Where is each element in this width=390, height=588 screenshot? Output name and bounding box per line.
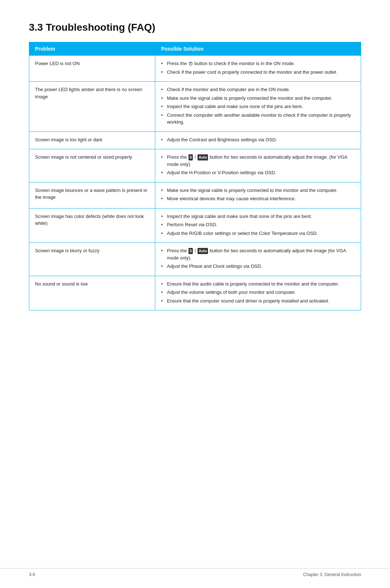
list-item: Inspect the signal cable and make sure n… xyxy=(161,103,355,110)
auto-button-icon: Auto xyxy=(198,248,208,254)
list-item: Adjust the Contrast and Brightness setti… xyxy=(161,136,355,143)
solution-header: Possible Solution xyxy=(155,42,361,56)
s-button-icon: S xyxy=(188,248,193,254)
solution-cell: Press the S / Auto button for two second… xyxy=(155,149,361,183)
footer-left: 3-6 xyxy=(29,572,35,577)
list-item: Press the button to check if the monitor… xyxy=(161,60,355,67)
list-item: Press the S / Auto button for two second… xyxy=(161,154,355,168)
list-item: Adjust the R/G/B color settings or selec… xyxy=(161,230,355,237)
list-item: Make sure the signal cable is properly c… xyxy=(161,187,355,194)
s-button-icon: S xyxy=(188,154,193,160)
auto-button-icon: Auto xyxy=(198,154,208,160)
problem-cell: Screen image is not centered or sized pr… xyxy=(29,149,155,183)
faq-table: Problem Possible Solution Power LED is n… xyxy=(29,42,361,310)
power-icon xyxy=(188,61,193,66)
list-item: Ensure that the computer sound card driv… xyxy=(161,297,355,305)
list-item: Inspect the signal cable and make sure t… xyxy=(161,213,355,220)
problem-cell: Screen image is blurry or fuzzy xyxy=(29,243,155,276)
footer-right: Chapter 3: General Instruction xyxy=(303,572,361,577)
list-item: Perform Reset via OSD. xyxy=(161,221,355,228)
solution-cell: Adjust the Contrast and Brightness setti… xyxy=(155,132,361,149)
problem-header: Problem xyxy=(29,42,155,56)
problem-cell: Screen image bounces or a wave pattern i… xyxy=(29,182,155,208)
problem-cell: Power LED is not ON xyxy=(29,56,155,82)
page-title: 3.3 Troubleshooting (FAQ) xyxy=(29,22,361,33)
problem-cell: The power LED lights amber and there is … xyxy=(29,82,155,132)
list-item: Adjust the H-Position or V-Position sett… xyxy=(161,169,355,176)
solution-cell: Press the S / Auto button for two second… xyxy=(155,243,361,276)
solution-cell: Ensure that the audio cable is properly … xyxy=(155,276,361,310)
solution-cell: Press the button to check if the monitor… xyxy=(155,56,361,82)
problem-cell: No sound or sound is low xyxy=(29,276,155,310)
problem-cell: Screen image is too light or dark xyxy=(29,132,155,149)
page-footer: 3-6 Chapter 3: General Instruction xyxy=(0,568,390,577)
list-item: Make sure the signal cable is properly c… xyxy=(161,95,355,102)
solution-cell: Make sure the signal cable is properly c… xyxy=(155,182,361,208)
list-item: Connect the computer with another availa… xyxy=(161,112,355,126)
solution-cell: Inspect the signal cable and make sure t… xyxy=(155,208,361,243)
list-item: Check if the monitor and the computer ar… xyxy=(161,86,355,93)
list-item: Move electrical devices that may cause e… xyxy=(161,195,355,202)
list-item: Check if the power cord is properly conn… xyxy=(161,69,355,76)
list-item: Ensure that the audio cable is properly … xyxy=(161,280,355,288)
solution-cell: Check if the monitor and the computer ar… xyxy=(155,82,361,132)
list-item: Adjust the volume settings of both your … xyxy=(161,289,355,296)
list-item: Press the S / Auto button for two second… xyxy=(161,247,355,261)
problem-cell: Screen image has color defects (white do… xyxy=(29,208,155,243)
list-item: Adjust the Phase and Clock settings via … xyxy=(161,263,355,270)
